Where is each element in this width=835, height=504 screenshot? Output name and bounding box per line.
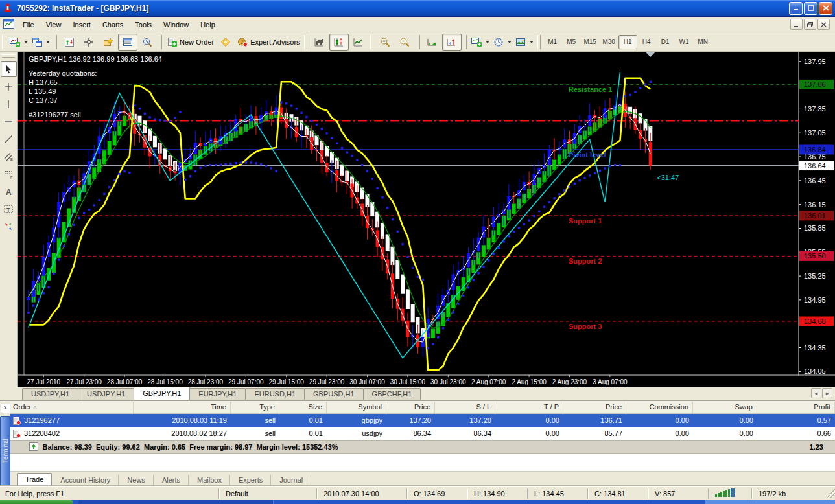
text-label-tool-button[interactable]: T [1, 201, 17, 217]
column-header-s-l[interactable]: S / L [435, 402, 495, 413]
chevron-down-icon[interactable] [508, 41, 512, 43]
profiles-button[interactable] [30, 34, 52, 51]
expert-advisors-button[interactable]: Expert Advisors [235, 34, 301, 51]
mdi-restore-button[interactable] [804, 19, 816, 30]
orders-table-header[interactable]: Order ▵TimeTypeSizeSymbolPriceS / LT / P… [10, 402, 835, 414]
new-order-button[interactable]: New Order [165, 34, 216, 51]
strategy-tester-button[interactable] [137, 34, 157, 51]
chart-tab-gbpchf-h1[interactable]: GBPCHF,H1 [363, 388, 421, 400]
chart-tab-eurusd-h1[interactable]: EURUSD,H1 [245, 388, 305, 400]
timeframe-h1-button[interactable]: H1 [618, 35, 637, 49]
column-header-type[interactable]: Type [231, 402, 279, 413]
price-chart[interactable]: Resistance 1Piviot levelSupport 1Support… [18, 52, 835, 387]
timeframe-d1-button[interactable]: D1 [656, 35, 675, 49]
terminal-tab-news[interactable]: News [119, 475, 154, 486]
timeframe-m15-button[interactable]: M15 [581, 35, 600, 49]
menu-help[interactable]: Help [194, 19, 221, 30]
column-header-order[interactable]: Order ▵ [10, 402, 134, 413]
close-button[interactable] [819, 2, 832, 15]
mdi-minimize-button[interactable] [790, 19, 803, 30]
minimize-button[interactable] [789, 2, 803, 15]
chart-tab-usdjpy-h1[interactable]: USDJPY,H1 [78, 388, 134, 400]
timeframe-h4-button[interactable]: H4 [637, 35, 656, 49]
chart-shift-button[interactable] [442, 34, 462, 51]
chart-tab-eurjpy-h1[interactable]: EURJPY,H1 [189, 388, 246, 400]
order-cell: 0.01 [279, 414, 327, 427]
periods-button[interactable] [491, 34, 513, 51]
menu-view[interactable]: View [40, 19, 67, 30]
start-button[interactable] [0, 500, 73, 504]
order-row[interactable]: 3122084022010.08.02 18:27sell0.01usdjpy8… [10, 427, 835, 440]
text-tool-button[interactable]: A [1, 183, 17, 200]
column-header-price[interactable]: Price [563, 402, 626, 413]
chart-window-icon[interactable] [3, 19, 14, 30]
chart-tab-gbpjpy-h1[interactable]: GBPJPY,H1 [134, 387, 190, 400]
timeframe-w1-button[interactable]: W1 [675, 35, 694, 49]
chart-tab-gbpusd-h1[interactable]: GBPUSD,H1 [304, 388, 364, 400]
column-header-profit[interactable]: Profit [757, 402, 835, 413]
cursor-tool-button[interactable] [1, 61, 17, 77]
column-header-size[interactable]: Size [279, 402, 327, 413]
fibonacci-tool-button[interactable]: F [1, 166, 17, 182]
terminal-tab-experts[interactable]: Experts [230, 475, 271, 486]
new-chart-button[interactable] [8, 34, 30, 51]
arrows-tool-button[interactable] [1, 218, 17, 235]
column-header-commission[interactable]: Commission [626, 402, 693, 413]
terminal-tab-trade[interactable]: Trade [17, 473, 52, 486]
trendline-tool-button[interactable] [1, 131, 17, 147]
tab-scroll-left-icon[interactable]: ◂ [811, 388, 821, 398]
column-header-time[interactable]: Time [134, 402, 231, 413]
menu-insert[interactable]: Insert [67, 19, 97, 30]
terminal-side-tab[interactable]: Terminal [0, 416, 10, 486]
maximize-button[interactable] [804, 2, 817, 15]
terminal-tab-account-history[interactable]: Account History [52, 475, 119, 486]
status-profile[interactable]: Default [218, 488, 316, 499]
navigator-button[interactable] [99, 34, 118, 51]
resize-grip[interactable] [826, 489, 835, 498]
tab-scroll-right-icon[interactable]: ▸ [822, 388, 832, 398]
chevron-down-icon[interactable] [24, 41, 28, 43]
timeframe-m1-button[interactable]: M1 [543, 35, 562, 49]
menu-charts[interactable]: Charts [97, 19, 129, 30]
vline-tool-button[interactable] [1, 96, 17, 112]
chevron-down-icon[interactable] [46, 41, 50, 43]
windows-taskbar[interactable] [0, 500, 835, 504]
column-header-price[interactable]: Price [386, 402, 435, 413]
timeframe-mn-button[interactable]: MN [694, 35, 712, 49]
mdi-close-button[interactable] [817, 19, 830, 30]
column-header-swap[interactable]: Swap [693, 402, 757, 413]
taskbar-window-button[interactable] [78, 500, 274, 504]
timeframe-m5-button[interactable]: M5 [562, 35, 581, 49]
metaeditor-button[interactable] [216, 34, 235, 51]
terminal-button[interactable] [118, 34, 137, 51]
svg-text:2 Aug 07:00: 2 Aug 07:00 [471, 378, 506, 385]
channel-tool-button[interactable]: E [1, 148, 17, 165]
terminal-close-icon[interactable]: x [1, 404, 10, 413]
chevron-down-icon[interactable] [530, 41, 534, 43]
chart-bars-button[interactable] [310, 34, 329, 51]
market-watch-button[interactable] [60, 34, 79, 51]
chart-candles-button[interactable] [329, 34, 349, 51]
chart-tab-usdjpy-h1[interactable]: USDJPY,H1 [22, 388, 78, 400]
menu-window[interactable]: Window [158, 19, 194, 30]
templates-button[interactable] [513, 34, 535, 51]
data-window-button[interactable] [79, 34, 99, 51]
terminal-tab-journal[interactable]: Journal [271, 475, 311, 486]
crosshair-tool-button[interactable] [1, 78, 17, 95]
svg-text:GBPJPY,H1 136.92 136.99 136.6: GBPJPY,H1 136.92 136.99 136.63 136.64 [29, 55, 162, 63]
chart-line-button[interactable] [349, 34, 368, 51]
zoom-out-button[interactable] [395, 34, 415, 51]
menu-tools[interactable]: Tools [129, 19, 158, 30]
terminal-tab-alerts[interactable]: Alerts [154, 475, 189, 486]
chevron-down-icon[interactable] [486, 41, 489, 43]
order-row[interactable]: 3121962772010.08.03 11:19sell0.01gbpjpy1… [10, 414, 835, 427]
auto-scroll-button[interactable] [423, 34, 442, 51]
hline-tool-button[interactable] [1, 113, 17, 130]
column-header-symbol[interactable]: Symbol [327, 402, 386, 413]
menu-file[interactable]: File [17, 19, 40, 30]
terminal-tab-mailbox[interactable]: Mailbox [189, 475, 230, 486]
timeframe-m30-button[interactable]: M30 [600, 35, 618, 49]
zoom-in-button[interactable] [376, 34, 395, 51]
indicators-button[interactable] [469, 34, 491, 51]
column-header-t-p[interactable]: T / P [495, 402, 563, 413]
